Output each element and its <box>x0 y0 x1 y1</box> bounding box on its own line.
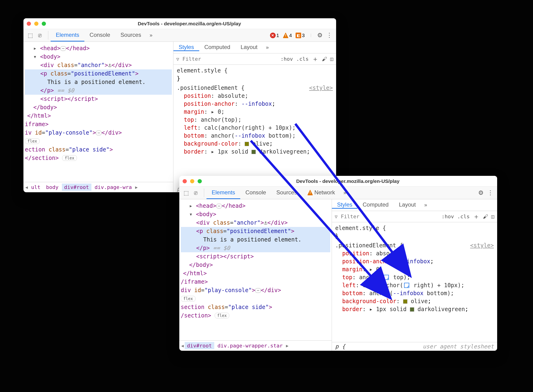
dom-selected-node[interactable]: <p class="positionedElement"> <box>181 227 330 235</box>
external-link-icon[interactable] <box>384 275 389 280</box>
tab-sources[interactable]: Sources <box>115 29 146 42</box>
hov-toggle[interactable]: :hov <box>442 214 454 219</box>
anchor-icon: ⚓︎ <box>108 62 111 69</box>
external-link-icon[interactable] <box>404 283 409 288</box>
tab-console[interactable]: Console <box>240 187 271 199</box>
styles-subtabs: Styles Computed Layout » <box>332 199 497 211</box>
breadcrumbs: ◀ ult body div#root div.page-wra ▶ <box>23 182 173 192</box>
more-tabs-icon[interactable]: » <box>340 187 349 199</box>
collapsed-icon[interactable]: ⋯ <box>255 288 261 293</box>
more-tabs-icon[interactable]: » <box>263 45 272 51</box>
errors-badge[interactable]: ✕1 <box>270 33 279 38</box>
tab-computed[interactable]: Computed <box>357 201 394 209</box>
more-tabs-icon[interactable]: » <box>421 202 430 208</box>
breadcrumb-scroll-left-icon[interactable]: ◀ <box>25 185 28 190</box>
crumb-selected[interactable]: div#root <box>185 342 214 349</box>
filter-toolbar: ▽ :hov .cls ＋ 🖌 ◫ <box>173 53 336 65</box>
minimize-icon[interactable] <box>190 179 194 183</box>
elements-pane: ▸ <head>⋯</head> ▾ <body> <div class="an… <box>23 42 173 192</box>
device-toolbar-icon[interactable]: ⎚ <box>194 190 197 196</box>
toggle-cssoverview-icon[interactable]: ◫ <box>491 214 494 219</box>
color-swatch-icon[interactable] <box>251 150 256 154</box>
element-style-selector[interactable]: element.style { <box>177 67 333 75</box>
crumb[interactable]: body <box>44 184 61 191</box>
breadcrumb-scroll-right-icon[interactable]: ▶ <box>135 185 138 190</box>
tab-sources[interactable]: Sources <box>271 187 302 199</box>
color-swatch-icon[interactable] <box>403 299 407 304</box>
warnings-badge[interactable]: !4 <box>283 33 292 38</box>
breadcrumb-scroll-right-icon[interactable]: ▶ <box>286 343 288 348</box>
tab-computed[interactable]: Computed <box>199 44 236 51</box>
window-title: DevTools - developer.mozilla.org/en-US/p… <box>46 21 333 27</box>
crumb[interactable]: div.page-wrapper.star <box>215 342 285 349</box>
device-toolbar-icon[interactable]: ⎚ <box>38 32 42 39</box>
styles-subtabs: Styles Computed Layout » <box>173 42 336 53</box>
settings-icon[interactable]: ⚙ <box>317 32 323 39</box>
tab-styles[interactable]: Styles <box>173 44 199 51</box>
tab-console[interactable]: Console <box>84 29 115 42</box>
cls-toggle[interactable]: .cls <box>457 214 470 219</box>
collapsed-icon[interactable]: ⋯ <box>216 204 222 208</box>
more-tabs-icon[interactable]: » <box>146 29 156 42</box>
styles-pane: Styles Computed Layout » ▽ :hov .cls ＋ 🖌… <box>332 199 497 351</box>
dom-tree[interactable]: ▸ <head>⋯</head> ▾ <body> <div class="an… <box>23 42 173 182</box>
collapsed-icon[interactable]: ⋯ <box>60 46 66 51</box>
inspect-icon[interactable]: ⬚ <box>184 190 189 196</box>
inspect-icon[interactable]: ⬚ <box>28 32 33 39</box>
rule-source-link[interactable]: <style> <box>309 84 333 92</box>
flex-badge[interactable]: flex <box>181 296 195 302</box>
filter-input[interactable] <box>182 56 277 62</box>
breadcrumb-scroll-left-icon[interactable]: ◀ <box>181 343 184 348</box>
kebab-menu-icon[interactable]: ⋮ <box>326 32 332 39</box>
minimize-icon[interactable] <box>34 22 38 26</box>
paint-icon[interactable]: 🖌 <box>322 56 327 62</box>
paint-icon[interactable]: 🖌 <box>483 214 488 219</box>
close-icon[interactable] <box>27 22 31 26</box>
crumb[interactable]: div.page-wra <box>92 184 134 191</box>
flex-badge[interactable]: flex <box>25 138 40 144</box>
flex-badge[interactable]: flex <box>215 313 229 318</box>
tab-elements[interactable]: Elements <box>207 187 240 199</box>
crumb-selected[interactable]: div#root <box>62 184 91 191</box>
toggle-cssoverview-icon[interactable]: ◫ <box>330 56 333 62</box>
user-agent-stylesheet-label: user agent stylesheet <box>423 343 494 350</box>
tab-styles[interactable]: Styles <box>332 201 357 209</box>
cls-toggle[interactable]: .cls <box>296 56 309 62</box>
issues-badge[interactable]: ◧3 <box>296 33 305 38</box>
tab-layout[interactable]: Layout <box>394 201 421 209</box>
titlebar: DevTools - developer.mozilla.org/en-US/p… <box>179 176 497 187</box>
window-title: DevTools - developer.mozilla.org/en-US/p… <box>202 178 494 184</box>
devtools-window-1: DevTools - developer.mozilla.org/en-US/p… <box>23 18 336 192</box>
tab-elements[interactable]: Elements <box>51 29 84 42</box>
new-rule-icon[interactable]: ＋ <box>473 212 480 221</box>
p-rule-row[interactable]: user agent stylesheet p { <box>332 342 497 351</box>
color-swatch-icon[interactable] <box>245 142 249 146</box>
dom-selected-node[interactable]: <p class="positionedElement"> <box>25 69 172 78</box>
tab-layout[interactable]: Layout <box>235 44 263 51</box>
crumb[interactable]: ult <box>29 184 43 191</box>
color-swatch-icon[interactable] <box>410 307 414 312</box>
element-style-selector[interactable]: element.style { <box>335 224 494 232</box>
collapsed-icon[interactable]: ⋯ <box>96 131 102 135</box>
maximize-icon[interactable] <box>198 179 202 183</box>
filter-icon: ▽ <box>176 56 179 62</box>
filter-toolbar: ▽ :hov .cls ＋ 🖌 ◫ <box>332 211 497 222</box>
titlebar: DevTools - developer.mozilla.org/en-US/p… <box>23 18 336 29</box>
dom-tree[interactable]: ▸ <head>⋯</head> ▾ <body> <div class="an… <box>179 199 332 341</box>
settings-icon[interactable]: ⚙ <box>478 189 484 196</box>
filter-icon: ▽ <box>335 214 338 219</box>
css-rule[interactable]: <style>.positionedElement { <box>177 84 333 92</box>
new-rule-icon[interactable]: ＋ <box>312 55 319 64</box>
hov-toggle[interactable]: :hov <box>281 56 293 62</box>
rule-source-link[interactable]: <style> <box>470 242 494 249</box>
close-icon[interactable] <box>183 179 187 183</box>
css-rules[interactable]: element.style { } <style>.positionedElem… <box>173 65 336 186</box>
panel-tabs: Elements Console Sources !Network » <box>207 187 349 199</box>
css-rule[interactable]: <style>.positionedElement { <box>335 242 494 249</box>
flex-badge[interactable]: flex <box>62 155 77 161</box>
css-rules[interactable]: element.style { } <style>.positionedElem… <box>332 222 497 342</box>
filter-input[interactable] <box>341 214 438 219</box>
kebab-menu-icon[interactable]: ⋮ <box>487 189 493 196</box>
maximize-icon[interactable] <box>42 22 46 26</box>
tab-network[interactable]: !Network <box>302 187 340 199</box>
